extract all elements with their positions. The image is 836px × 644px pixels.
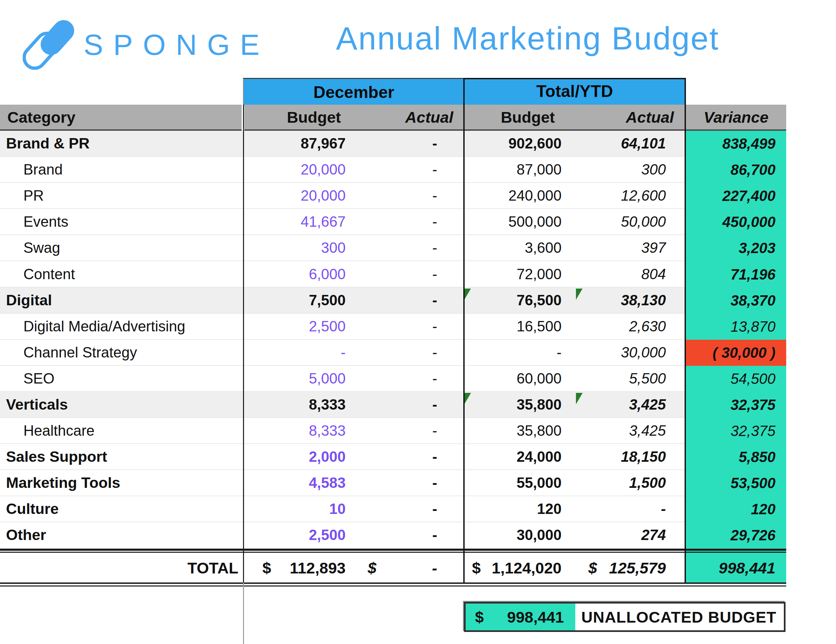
- sponge-leaf-icon: [23, 17, 79, 72]
- cell-ytd-actual: -: [575, 496, 686, 522]
- table-body: Brand & PR87,967-902,60064,101838,499Bra…: [0, 131, 786, 549]
- cell-ytd-budget: -: [463, 340, 575, 366]
- cell-dec-actual: -: [353, 496, 463, 522]
- cell-dec-actual: -: [353, 261, 463, 287]
- cell-ytd-budget: 76,500: [463, 288, 575, 314]
- double-rule-bottom-1: [0, 582, 786, 584]
- cell-dec-budget: 8,333: [243, 418, 353, 444]
- cell-dec-actual: -: [353, 288, 463, 314]
- total-dec-actual-value: -: [432, 559, 437, 577]
- header-budget-december: Budget: [244, 105, 353, 129]
- cell-category: Digital: [0, 288, 243, 314]
- unallocated-amount-cell: $ 998,441: [465, 603, 575, 630]
- cell-category: Other: [0, 522, 243, 548]
- cell-variance: 13,870: [686, 314, 786, 340]
- cell-dec-budget: 2,500: [243, 522, 353, 548]
- total-dec-actual: $ -: [353, 553, 463, 582]
- cell-ytd-budget: 500,000: [463, 209, 575, 235]
- dollar-sign: $: [472, 559, 481, 577]
- cell-variance: ( 30,000 ): [686, 340, 786, 366]
- cell-dec-actual: -: [353, 209, 463, 235]
- header-actual-ytd: Actual: [575, 105, 686, 129]
- total-row: TOTAL $ 112,893 $ - $ 1,124,020 $ 125,57…: [0, 553, 786, 582]
- cell-dec-budget: 87,967: [243, 131, 353, 157]
- cell-dec-budget: 7,500: [243, 288, 353, 314]
- error-flag-icon: [576, 393, 583, 404]
- cell-variance: 450,000: [686, 209, 786, 235]
- cell-ytd-budget: 30,000: [463, 522, 575, 548]
- cell-category: Swag: [0, 235, 243, 261]
- cell-dec-actual: -: [353, 470, 463, 496]
- cell-dec-actual: -: [353, 314, 463, 340]
- total-variance: 998,441: [686, 553, 786, 582]
- cell-dec-budget: -: [243, 340, 353, 366]
- cell-category: Digital Media/Advertising: [0, 314, 243, 340]
- cell-ytd-actual: 804: [575, 261, 686, 287]
- error-flag-icon: [576, 289, 583, 300]
- cell-category: SEO: [0, 366, 243, 392]
- band-december: December: [243, 78, 464, 106]
- cell-dec-actual: -: [353, 157, 463, 183]
- cell-variance: 86,700: [686, 157, 786, 183]
- error-flag-icon: [464, 393, 471, 404]
- cell-category: Channel Strategy: [0, 340, 243, 366]
- cell-category: Healthcare: [0, 418, 243, 444]
- total-ytd-budget-value: 1,124,020: [492, 559, 562, 577]
- unallocated-label: UNALLOCATED BUDGET: [575, 603, 784, 630]
- band-total-ytd: Total/YTD: [463, 78, 686, 105]
- cell-ytd-budget: 72,000: [463, 261, 575, 287]
- cell-ytd-actual: 3,425: [575, 392, 686, 418]
- cell-ytd-budget: 87,000: [463, 157, 575, 183]
- cell-category: Events: [0, 209, 243, 235]
- cell-dec-budget: 300: [243, 235, 353, 261]
- cell-dec-budget: 2,000: [243, 444, 353, 470]
- cell-dec-actual: -: [353, 444, 463, 470]
- cell-ytd-actual: 12,600: [575, 183, 686, 209]
- cell-variance: 32,375: [686, 418, 786, 444]
- cell-dec-actual: -: [353, 340, 463, 366]
- double-rule-top-2: [0, 552, 786, 553]
- dollar-sign: $: [588, 559, 597, 577]
- cell-ytd-actual: 397: [575, 235, 686, 261]
- cell-dec-budget: 6,000: [243, 261, 353, 287]
- cell-ytd-budget: 16,500: [463, 314, 575, 340]
- cell-ytd-actual: 30,000: [575, 340, 686, 366]
- cell-ytd-actual: 300: [575, 157, 686, 183]
- cell-dec-budget: 41,667: [243, 209, 353, 235]
- budget-spreadsheet: SPONGE Annual Marketing Budget December …: [0, 0, 836, 644]
- dollar-sign: $: [368, 559, 376, 577]
- cell-variance: 38,370: [686, 288, 786, 314]
- cell-variance: 3,203: [686, 235, 786, 261]
- cell-variance: 5,850: [686, 444, 786, 470]
- header-ytd-columns: Budget Actual: [465, 105, 686, 131]
- cell-dec-actual: -: [353, 522, 463, 548]
- cell-dec-budget: 20,000: [243, 183, 353, 209]
- cell-ytd-budget: 60,000: [463, 366, 575, 392]
- cell-category: PR: [0, 183, 243, 209]
- total-ytd-budget: $ 1,124,020: [463, 553, 575, 582]
- cell-dec-actual: -: [353, 131, 463, 157]
- cell-ytd-budget: 35,800: [463, 418, 575, 444]
- cell-variance: 54,500: [686, 366, 786, 392]
- cell-ytd-actual: 38,130: [575, 288, 686, 314]
- double-rule-bottom-2: [0, 585, 786, 587]
- cell-ytd-budget: 55,000: [463, 470, 575, 496]
- cell-variance: 32,375: [686, 392, 786, 418]
- cell-ytd-actual: 64,101: [575, 131, 686, 157]
- dollar-sign: $: [475, 608, 484, 626]
- double-rule-top-1: [0, 549, 786, 551]
- cell-ytd-budget: 24,000: [463, 444, 575, 470]
- header-december-columns: Budget Actual: [244, 105, 463, 131]
- cell-ytd-actual: 18,150: [575, 444, 686, 470]
- cell-ytd-actual: 3,425: [575, 418, 686, 444]
- total-ytd-actual: $ 125,579: [575, 553, 686, 582]
- page-title: Annual Marketing Budget: [336, 20, 719, 57]
- cell-ytd-budget: 902,600: [463, 131, 575, 157]
- cell-dec-actual: -: [353, 392, 463, 418]
- cell-dec-actual: -: [353, 418, 463, 444]
- cell-dec-budget: 8,333: [243, 392, 353, 418]
- header-category: Category: [0, 105, 242, 131]
- cell-category: Verticals: [0, 392, 243, 418]
- logo-text: SPONGE: [83, 28, 270, 62]
- cell-variance: 29,726: [686, 522, 786, 548]
